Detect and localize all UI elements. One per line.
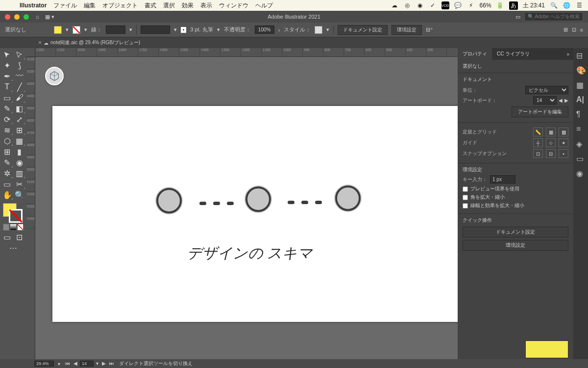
blend-tool[interactable]: ◉ bbox=[13, 157, 25, 168]
guides-show-icon[interactable]: ┼ bbox=[533, 138, 543, 147]
prefs-button[interactable]: 環境設定 bbox=[392, 25, 422, 35]
shaper-tool[interactable]: ✎ bbox=[1, 103, 13, 114]
pen-tool[interactable]: ✒ bbox=[1, 71, 13, 81]
artboard[interactable]: デザインの スキマ bbox=[52, 106, 458, 322]
edit-artboards-button[interactable]: アートボードを編集 bbox=[512, 106, 568, 117]
grid-icon[interactable]: ▦ bbox=[546, 128, 556, 136]
3d-widget-icon[interactable] bbox=[45, 67, 64, 85]
menu-view[interactable]: 表示 bbox=[200, 1, 212, 10]
fill-swatch[interactable] bbox=[54, 26, 62, 34]
brush-dd[interactable]: ▾ bbox=[217, 26, 220, 33]
direct-selection-tool[interactable] bbox=[13, 49, 25, 60]
stroke-dd[interactable]: ▾ bbox=[84, 26, 87, 33]
menu-window[interactable]: ウィンドウ bbox=[219, 1, 248, 10]
panel-toggle-1-icon[interactable]: ⊞ bbox=[564, 26, 568, 33]
transparency-grid-icon[interactable]: ▩ bbox=[559, 128, 568, 136]
control-center-icon[interactable]: ☰ bbox=[575, 1, 583, 9]
fill-dd[interactable]: ▾ bbox=[66, 26, 69, 33]
type-panel-icon[interactable]: A| bbox=[576, 95, 585, 104]
perspective-tool[interactable]: ▦ bbox=[13, 135, 25, 146]
stroke-profile-input[interactable] bbox=[141, 26, 170, 34]
panel-toggle-2-icon[interactable]: ⊡ bbox=[572, 26, 576, 33]
layers-panel-icon[interactable]: ◈ bbox=[576, 139, 585, 148]
symbol-sprayer-tool[interactable]: ✲ bbox=[1, 168, 13, 179]
stroke-weight-input[interactable] bbox=[106, 26, 125, 34]
arrange-docs-icon[interactable]: ▦ ▾ bbox=[45, 14, 54, 20]
spotlight-icon[interactable]: 🔍 bbox=[550, 1, 558, 9]
snap-point-icon[interactable]: ⊡ bbox=[533, 149, 543, 158]
artboard-prev-icon[interactable]: ◀ bbox=[559, 98, 563, 103]
color-preview-swatch[interactable] bbox=[525, 341, 568, 358]
close-window[interactable] bbox=[5, 14, 10, 20]
snap-pixel-icon[interactable]: ▪ bbox=[559, 149, 568, 158]
magic-wand-tool[interactable]: ✦ bbox=[1, 60, 13, 71]
ruler-icon[interactable]: 📏 bbox=[533, 128, 543, 136]
artboard-select[interactable]: 14 bbox=[533, 96, 557, 105]
artboard-next-icon[interactable]: ▶ bbox=[564, 98, 568, 103]
prev-artboard-icon[interactable]: ◀ bbox=[73, 361, 78, 367]
color-mode-fill[interactable] bbox=[3, 224, 9, 231]
expand-panels-icon[interactable]: ⊟ bbox=[576, 51, 585, 60]
align-icon[interactable]: ⊟⁺ bbox=[426, 26, 433, 33]
mesh-tool[interactable]: ⊞ bbox=[1, 146, 13, 157]
edit-toolbar[interactable]: ⋯ bbox=[1, 242, 25, 253]
close-tab-icon[interactable]: × bbox=[38, 39, 42, 46]
preview-bounds-checkbox[interactable] bbox=[463, 186, 468, 192]
menu-type[interactable]: 書式 bbox=[145, 1, 156, 10]
menu-select[interactable]: 選択 bbox=[163, 1, 175, 10]
snap-grid-icon[interactable]: ⊟ bbox=[546, 149, 556, 158]
minimize-window[interactable] bbox=[14, 14, 20, 20]
screen-mode-full[interactable]: ⊡ bbox=[13, 232, 25, 242]
line-tool[interactable]: ╱ bbox=[13, 81, 25, 92]
scale-strokes-checkbox[interactable] bbox=[463, 203, 468, 209]
paragraph-panel-icon[interactable]: ¶ bbox=[576, 110, 585, 119]
eraser-tool[interactable]: ◧ bbox=[13, 103, 25, 114]
workspace-switcher-icon[interactable]: ▭ bbox=[515, 14, 520, 20]
guides-lock-icon[interactable]: ⊹ bbox=[546, 138, 556, 147]
home-icon[interactable]: ⌂ bbox=[36, 14, 39, 20]
eyedropper-tool[interactable]: ✎ bbox=[1, 157, 13, 168]
quick-prefs-button[interactable]: 環境設定 bbox=[463, 240, 568, 251]
artboard-dd[interactable]: ▾ bbox=[95, 361, 99, 367]
color-panel-icon[interactable]: 🎨 bbox=[576, 66, 585, 75]
menu-object[interactable]: オブジェクト bbox=[102, 1, 138, 10]
brush-tool[interactable]: 🖌 bbox=[13, 92, 25, 103]
gradient-tool[interactable]: ▮ bbox=[13, 146, 25, 157]
key-input-field[interactable] bbox=[490, 175, 515, 184]
canvas-area[interactable]: 22002100 20001900 18001700 16001500 1400… bbox=[35, 48, 458, 359]
screen-mode-normal[interactable]: ▭ bbox=[1, 232, 13, 242]
shape-builder-tool[interactable]: ⬡ bbox=[1, 135, 13, 146]
color-mode-gradient[interactable] bbox=[10, 224, 16, 231]
units-select[interactable]: ピクセル bbox=[525, 86, 568, 94]
menu-edit[interactable]: 編集 bbox=[84, 1, 96, 10]
vod-icon[interactable]: VOD bbox=[441, 1, 449, 9]
wifi-icon[interactable]: ⚡︎ bbox=[467, 1, 475, 9]
selection-tool[interactable] bbox=[1, 49, 13, 60]
clock[interactable]: 土 23:41 bbox=[523, 1, 545, 10]
stroke-profile-dd[interactable]: ▾ bbox=[174, 26, 177, 33]
lasso-tool[interactable]: ⟆ bbox=[13, 60, 25, 71]
cc-icon[interactable]: ◉ bbox=[416, 1, 424, 9]
hand-tool[interactable]: ✋ bbox=[1, 189, 13, 200]
zoom-input[interactable] bbox=[34, 361, 54, 367]
slice-tool[interactable]: ✂ bbox=[13, 179, 25, 189]
width-tool[interactable]: ≋ bbox=[1, 125, 13, 135]
appearance-panel-icon[interactable]: ◉ bbox=[576, 169, 585, 178]
rectangle-tool[interactable]: ▭ bbox=[1, 92, 13, 103]
cloud-icon[interactable]: ☁ bbox=[391, 1, 398, 9]
help-search[interactable]: 🔍 Adobe ヘルプを検索 bbox=[524, 12, 583, 21]
menu-help[interactable]: ヘルプ bbox=[255, 1, 273, 10]
style-swatch[interactable] bbox=[315, 26, 322, 34]
panel-collapse-icon[interactable]: » bbox=[563, 52, 573, 57]
opacity-dd[interactable]: › bbox=[278, 27, 280, 33]
opacity-input[interactable] bbox=[255, 26, 274, 34]
stroke-weight-dd[interactable]: ▾ bbox=[129, 26, 132, 33]
battery-icon[interactable]: 🔋 bbox=[496, 1, 504, 9]
document-tab[interactable]: × ☁ note関連.aic @ 29.4% (RGB/プレビュー) bbox=[34, 39, 144, 46]
quick-doc-setup-button[interactable]: ドキュメント設定 bbox=[463, 227, 568, 237]
doc-setup-button[interactable]: ドキュメント設定 bbox=[338, 25, 388, 35]
rotate-tool[interactable]: ⟳ bbox=[1, 114, 13, 125]
curvature-tool[interactable]: 〰 bbox=[13, 71, 25, 81]
graph-tool[interactable]: ▥ bbox=[13, 168, 25, 179]
panel-menu-icon[interactable]: ≡ bbox=[580, 27, 583, 33]
